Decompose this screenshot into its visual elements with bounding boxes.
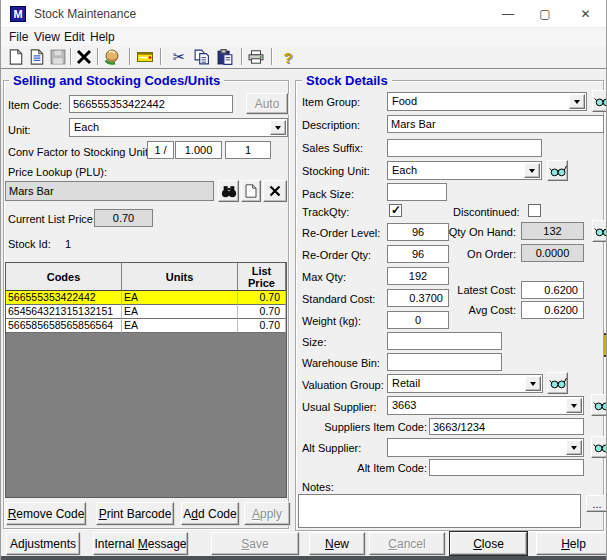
unit-dropdown-arrow[interactable] (270, 120, 286, 135)
table-row[interactable]: 654564321315132151EA0.70 (6, 305, 286, 319)
codes-grid-header: Codes Units List Price (6, 263, 286, 291)
item-group-label: Item Group: (302, 96, 360, 108)
new-label: New (325, 537, 349, 551)
minimize-icon: — (502, 7, 514, 21)
max-qty-input[interactable] (387, 267, 449, 285)
toolbar-help-button[interactable]: ? (278, 47, 298, 67)
alt-item-code-input[interactable] (429, 459, 584, 476)
table-row[interactable]: 566555353422442EA0.70 (6, 291, 286, 305)
column-header-codes[interactable]: Codes (6, 263, 122, 291)
apply-button[interactable]: Apply (244, 502, 290, 525)
standard-cost-input[interactable] (387, 289, 449, 307)
item-group-lookup-button[interactable] (592, 90, 607, 112)
save-icon (50, 49, 66, 65)
conv-factor-input-2[interactable] (175, 141, 222, 159)
toolbar-stock-lookup-button[interactable] (102, 47, 122, 67)
plu-clear-button[interactable] (263, 180, 287, 202)
valuation-group-dropdown-arrow[interactable] (525, 376, 541, 391)
sales-suffix-input[interactable] (387, 139, 542, 157)
plu-find-button[interactable] (218, 180, 239, 202)
pack-size-input[interactable] (387, 183, 447, 201)
ellipsis-icon: ... (592, 498, 601, 510)
save-button[interactable]: Save (211, 532, 299, 555)
help-button[interactable]: Help (536, 532, 607, 555)
reorder-qty-input[interactable] (387, 245, 449, 263)
stocking-unit-lookup-button[interactable] (547, 160, 568, 181)
notes-textarea[interactable] (298, 494, 581, 528)
toolbar-delete-button[interactable] (74, 47, 94, 67)
maximize-button[interactable]: ▢ (526, 0, 564, 28)
stocking-unit-dropdown-arrow[interactable] (524, 163, 540, 178)
minimize-button[interactable]: — (489, 0, 527, 28)
toolbar-print-button[interactable] (246, 47, 266, 67)
menu-view[interactable]: View (31, 30, 63, 44)
on-order-value: 0.0000 (521, 244, 584, 262)
menu-edit[interactable]: Edit (61, 30, 88, 44)
help-question-icon: ? (283, 49, 292, 66)
sales-suffix-label: Sales Suffix: (302, 142, 363, 154)
plu-new-button[interactable] (241, 180, 261, 202)
print-barcode-button[interactable]: Print Barcode (96, 502, 174, 525)
menu-help[interactable]: Help (87, 30, 118, 44)
adjustments-label: Adjustments (10, 537, 76, 551)
stock-id-label: Stock Id: (8, 238, 51, 250)
latest-cost-input[interactable] (521, 281, 584, 299)
alt-supplier-dropdown-arrow[interactable] (566, 440, 582, 455)
usual-supplier-value: 3663 (392, 399, 416, 411)
avg-cost-input[interactable] (521, 301, 584, 319)
track-qty-checkbox[interactable] (389, 204, 402, 217)
close-window-button[interactable]: ✕ (563, 0, 607, 28)
auto-button-label: Auto (255, 97, 280, 111)
close-button[interactable]: Close (450, 532, 527, 555)
discontinued-checkbox[interactable] (528, 204, 541, 217)
item-group-dropdown[interactable]: Food (387, 92, 587, 111)
reorder-level-input[interactable] (387, 223, 449, 241)
toolbar-open-button[interactable] (27, 47, 47, 67)
toolbar-message-button[interactable] (135, 47, 155, 67)
unit-dropdown[interactable]: Each (69, 118, 288, 137)
menu-file[interactable]: File (6, 30, 31, 44)
qty-on-hand-lookup-button[interactable] (592, 220, 607, 242)
table-cell: 566555353422442 (6, 291, 122, 305)
adjustments-button[interactable]: Adjustments (6, 532, 80, 555)
item-group-dropdown-arrow[interactable] (569, 94, 585, 109)
notes-label: Notes: (302, 481, 334, 493)
conv-factor-input-1[interactable] (147, 141, 174, 159)
column-header-units[interactable]: Units (122, 263, 238, 291)
cancel-button[interactable]: Cancel (369, 532, 445, 555)
suppliers-item-code-input[interactable] (429, 418, 584, 435)
toolbar-new-button[interactable] (6, 47, 26, 67)
usual-supplier-dropdown[interactable]: 3663 (387, 396, 584, 415)
table-cell: 0.70 (238, 305, 286, 319)
weight-input[interactable] (387, 311, 449, 329)
description-input[interactable] (387, 115, 604, 133)
internal-message-button[interactable]: Internal Message (93, 532, 188, 555)
auto-button[interactable]: Auto (246, 93, 288, 114)
globe-icon (104, 49, 120, 65)
warehouse-bin-input[interactable] (387, 353, 502, 371)
notes-more-button[interactable]: ... (586, 495, 607, 512)
stocking-unit-dropdown[interactable]: Each (387, 161, 542, 180)
remove-code-button[interactable]: Remove Code (6, 502, 86, 525)
valuation-group-lookup-button[interactable] (547, 372, 568, 394)
column-header-list-price[interactable]: List Price (238, 263, 286, 291)
usual-supplier-dropdown-arrow[interactable] (566, 398, 582, 413)
new-button[interactable]: New (309, 532, 365, 555)
item-code-input[interactable] (69, 95, 233, 113)
size-input[interactable] (387, 332, 502, 350)
usual-supplier-lookup-button[interactable] (591, 394, 607, 416)
add-code-button[interactable]: Add Code (181, 502, 239, 525)
toolbar-copy-button[interactable] (192, 47, 212, 67)
conv-factor-input-3[interactable] (225, 141, 271, 159)
plu-input[interactable] (5, 181, 214, 201)
valuation-group-dropdown[interactable]: Retail (387, 374, 543, 393)
alt-supplier-dropdown[interactable] (387, 438, 584, 457)
toolbar-paste-button[interactable] (215, 47, 235, 67)
qty-on-hand-value: 132 (521, 222, 584, 240)
item-code-label: Item Code: (8, 99, 62, 111)
table-row[interactable]: 566585658565856564EA0.70 (6, 319, 286, 333)
toolbar-save-button[interactable] (48, 47, 68, 67)
toolbar-cut-button[interactable]: ✂ (169, 47, 189, 67)
delete-x-icon (76, 49, 92, 65)
alt-supplier-lookup-button[interactable] (591, 436, 607, 458)
